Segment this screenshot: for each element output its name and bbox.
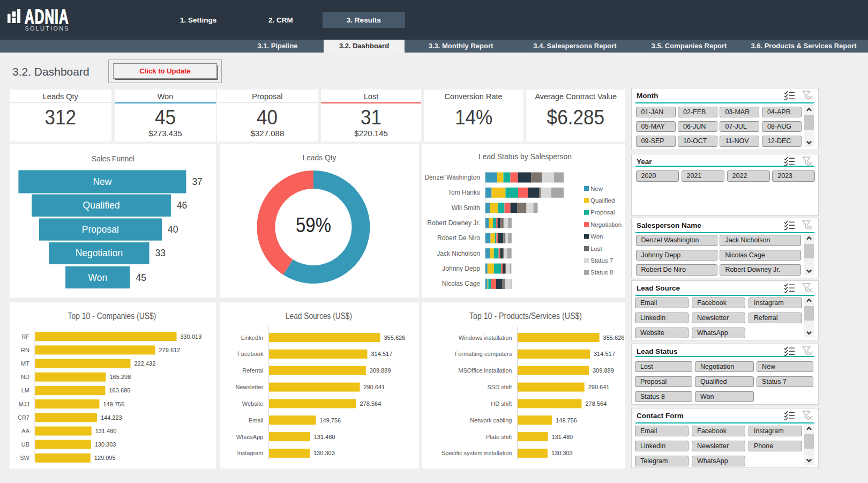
- svg-text:165.298: 165.298: [110, 374, 131, 380]
- svg-text:Specific system installation: Specific system installation: [442, 450, 512, 456]
- svg-text:Sales Funnel: Sales Funnel: [92, 154, 134, 163]
- svg-text:Formatting computers: Formatting computers: [454, 351, 512, 357]
- svg-text:Jack Nicholson: Jack Nicholson: [437, 249, 480, 257]
- svg-text:RF: RF: [21, 333, 29, 339]
- svg-text:355.626: 355.626: [384, 334, 406, 340]
- svg-text:309.889: 309.889: [593, 367, 614, 374]
- svg-text:279.612: 279.612: [159, 346, 181, 353]
- svg-text:Facebook: Facebook: [237, 351, 264, 357]
- svg-text:Negotiation: Negotiation: [76, 248, 123, 258]
- svg-text:130.303: 130.303: [313, 450, 335, 456]
- svg-text:33: 33: [155, 248, 166, 258]
- svg-text:46: 46: [177, 200, 187, 211]
- svg-text:Status 7: Status 7: [590, 257, 613, 263]
- svg-text:330.013: 330.013: [181, 333, 202, 339]
- svg-text:290.641: 290.641: [364, 384, 385, 390]
- svg-text:222.432: 222.432: [134, 360, 156, 367]
- svg-text:LM: LM: [21, 387, 29, 393]
- svg-text:Lead Sources (US$): Lead Sources (US$): [286, 311, 352, 321]
- svg-text:AA: AA: [21, 428, 29, 434]
- svg-text:Network cabling: Network cabling: [470, 417, 512, 423]
- svg-text:Lost: Lost: [590, 245, 603, 251]
- svg-text:SSD shift: SSD shift: [488, 384, 512, 390]
- svg-text:Qualified: Qualified: [590, 197, 615, 203]
- svg-text:149.756: 149.756: [319, 417, 341, 423]
- svg-text:RN: RN: [21, 346, 29, 353]
- svg-text:37: 37: [192, 176, 202, 187]
- svg-text:Negotiation: Negotiation: [590, 221, 622, 227]
- svg-text:314.517: 314.517: [371, 351, 393, 357]
- svg-text:Johnny Depp: Johnny Depp: [442, 265, 480, 272]
- svg-text:MSOffice installation: MSOffice installation: [458, 367, 512, 374]
- svg-text:Plate shift: Plate shift: [486, 433, 512, 440]
- svg-text:Proposal: Proposal: [590, 209, 615, 216]
- svg-text:Qualified: Qualified: [83, 200, 120, 211]
- svg-text:131.480: 131.480: [551, 433, 573, 440]
- svg-text:Denzel Washington: Denzel Washington: [424, 174, 480, 181]
- svg-text:WhatsApp: WhatsApp: [236, 433, 264, 440]
- svg-text:ND: ND: [21, 374, 29, 380]
- svg-text:CR7: CR7: [18, 414, 29, 420]
- svg-text:Email: Email: [249, 417, 264, 423]
- svg-text:New: New: [590, 185, 603, 191]
- svg-text:163.695: 163.695: [109, 387, 131, 393]
- svg-text:130.303: 130.303: [95, 441, 116, 448]
- svg-text:129.095: 129.095: [94, 455, 116, 461]
- svg-text:MJJ: MJJ: [19, 400, 29, 407]
- svg-text:Robert De Niro: Robert De Niro: [437, 234, 480, 242]
- svg-text:130.303: 130.303: [551, 450, 573, 456]
- svg-text:131.480: 131.480: [95, 428, 117, 434]
- svg-text:278.564: 278.564: [586, 400, 607, 406]
- svg-text:Won: Won: [590, 233, 603, 240]
- svg-text:290.641: 290.641: [588, 384, 610, 390]
- svg-text:Top 10 - Companies (US$): Top 10 - Companies (US$): [68, 311, 156, 321]
- svg-text:HD shift: HD shift: [491, 400, 512, 406]
- svg-text:Instagram: Instagram: [237, 450, 263, 456]
- svg-text:New: New: [93, 176, 111, 187]
- svg-text:Proposal: Proposal: [82, 224, 119, 235]
- svg-text:Nicolas Cage: Nicolas Cage: [442, 280, 481, 287]
- svg-text:144.223: 144.223: [101, 414, 122, 420]
- svg-text:131.480: 131.480: [314, 433, 335, 440]
- svg-text:Referral: Referral: [242, 367, 263, 374]
- svg-text:Leads Qty: Leads Qty: [303, 153, 336, 162]
- svg-text:278.564: 278.564: [360, 400, 381, 406]
- svg-text:40: 40: [168, 224, 178, 235]
- svg-text:149.756: 149.756: [103, 400, 125, 407]
- svg-text:Status 8: Status 8: [590, 269, 613, 276]
- svg-text:149.756: 149.756: [556, 417, 577, 423]
- svg-text:Will Smith: Will Smith: [452, 204, 480, 211]
- svg-text:Website: Website: [242, 400, 264, 406]
- svg-text:Won: Won: [88, 272, 107, 283]
- svg-text:Tom Hanks: Tom Hanks: [448, 189, 480, 196]
- svg-text:309.889: 309.889: [370, 367, 391, 374]
- svg-text:Newsletter: Newsletter: [235, 384, 263, 390]
- svg-text:59%: 59%: [296, 213, 331, 236]
- svg-text:SW: SW: [20, 455, 29, 461]
- svg-text:Windows installation: Windows installation: [459, 334, 512, 340]
- svg-text:UB: UB: [21, 441, 29, 448]
- svg-text:MT: MT: [21, 360, 29, 367]
- svg-text:Lead Status by Salesperson: Lead Status by Salesperson: [478, 152, 572, 161]
- svg-text:45: 45: [136, 272, 146, 283]
- svg-text:LinkedIn: LinkedIn: [241, 334, 264, 340]
- svg-text:Robert Downey Jr.: Robert Downey Jr.: [427, 219, 480, 227]
- svg-text:314.517: 314.517: [594, 351, 615, 357]
- svg-text:355.626: 355.626: [603, 334, 625, 340]
- svg-text:Top 10 - Products/Services (US: Top 10 - Products/Services (US$): [469, 311, 582, 321]
